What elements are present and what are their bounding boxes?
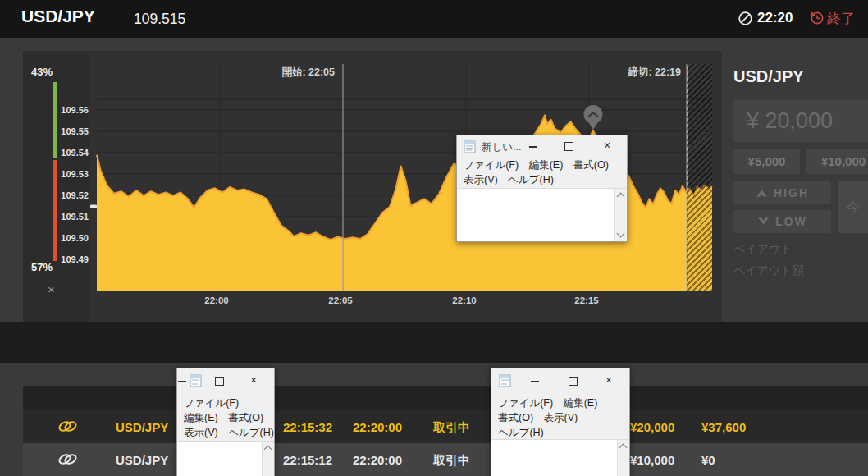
payout-cell: ¥0 (701, 453, 715, 467)
current-price-tick (90, 204, 97, 208)
low-arrow-icon (757, 217, 770, 226)
gauge-bar-high (53, 82, 57, 158)
status-cell: 取引中 (433, 453, 470, 469)
low-button[interactable]: LOW (733, 210, 831, 233)
history-section-bar: 購入オプション詳細 全ての取引 (0, 322, 868, 363)
prohibition-icon (738, 11, 753, 26)
history-table-row[interactable]: USD/JPY22:15:3222:20:00取引中¥20,000¥37,600 (23, 410, 868, 443)
x-axis-tick: 22:15 (566, 295, 607, 305)
asset-cell: USD/JPY (116, 420, 168, 434)
payout-cell: ¥37,600 (701, 420, 746, 434)
notepad-scrollbar[interactable] (614, 189, 627, 241)
purchase-cell: ¥10,000 (630, 453, 674, 467)
notepad-window-bottom-right[interactable]: × ファイル(F) 編集(E) 書式(O) 表示(V) ヘルプ(H) (491, 368, 630, 476)
preset-5000-button[interactable]: ¥5,000 (733, 149, 800, 174)
chart-deadline-label: 締切: 22:19 (558, 66, 681, 80)
trade-panel-title: USD/JPY (733, 67, 804, 86)
x-axis-tick: 22:00 (196, 295, 237, 305)
notepad-icon (464, 140, 476, 153)
maximize-icon[interactable] (564, 142, 573, 151)
minimize-icon[interactable] (531, 381, 539, 382)
quit-button[interactable]: 終了 (827, 9, 855, 28)
notepad-text-area[interactable] (177, 441, 274, 476)
chart-expiry-hatch (687, 64, 712, 291)
close-icon[interactable]: × (605, 374, 612, 386)
trade-time-cell: 22:15:12 (283, 453, 332, 467)
y-axis-tick: 109.49 (57, 254, 89, 264)
chart-start-label: 開始: 22:05 (212, 66, 335, 80)
history-clock-icon (810, 11, 825, 25)
gauge-divider (41, 277, 64, 277)
notepad-menu-row[interactable]: ヘルプ(H) (498, 426, 544, 440)
maximize-icon[interactable] (569, 377, 578, 386)
notepad-icon (499, 373, 511, 387)
x-axis-tick: 22:05 (320, 295, 361, 305)
gauge-bar-low (53, 160, 57, 261)
close-icon[interactable]: × (250, 374, 257, 386)
trade-time-cell: 22:15:32 (283, 420, 332, 434)
low-button-label: LOW (775, 215, 807, 228)
scroll-down-icon[interactable] (617, 230, 625, 238)
payout-label: ペイアウト (733, 242, 793, 257)
minimize-icon[interactable] (529, 146, 537, 148)
y-axis-tick: 109.52 (57, 190, 89, 200)
notepad-scrollbar[interactable] (262, 442, 274, 476)
gauge-low-percent: 57% (31, 261, 53, 273)
pair-title: USD/JPY (21, 7, 95, 26)
history-table-row[interactable]: USD/JPY22:15:1222:20:00取引中¥10,000¥0 (23, 443, 868, 476)
notepad-menu-row[interactable]: 表示(V) ヘルプ(H) (184, 426, 274, 440)
notepad-window-bottom-left[interactable]: × ファイル(F) 編集(E) 書式(O) 表示(V) ヘルプ(H) (176, 368, 275, 476)
notepad-menu-row[interactable]: ファイル(F) 編集(E) 書式(O) (464, 158, 609, 172)
close-icon[interactable]: × (604, 140, 610, 151)
notepad-text-area[interactable] (491, 439, 629, 476)
scroll-up-icon[interactable] (619, 444, 628, 452)
y-axis-tick: 109.56 (57, 105, 89, 115)
amount-input[interactable]: ¥ 20,000 (733, 100, 868, 142)
purchase-cell: ¥20,000 (630, 420, 674, 434)
notepad-menu-row[interactable]: 編集(E) 書式(O) (184, 411, 263, 425)
notepad-menu-row[interactable]: ファイル(F) (184, 396, 239, 410)
preset-10000-button[interactable]: ¥10,000 (806, 149, 868, 174)
y-axis-tick: 109.55 (57, 126, 89, 136)
gauge-high-percent: 43% (31, 66, 53, 78)
trade-type-cell (57, 452, 78, 466)
countdown-time: 22:20 (757, 10, 793, 26)
payout-amount-label: ペイアウト額 (733, 263, 804, 278)
notepad-menu-row[interactable]: 表示(V) ヘルプ(H) (464, 173, 554, 187)
scroll-up-icon[interactable] (617, 193, 625, 201)
asset-cell: USD/JPY (116, 453, 168, 467)
y-axis-tick: 109.51 (57, 212, 89, 222)
scroll-up-icon[interactable] (264, 446, 272, 454)
high-button-label: HIGH (774, 186, 809, 199)
maximize-icon[interactable] (215, 377, 224, 386)
notepad-menu-row[interactable]: 書式(O) 表示(V) (498, 411, 578, 425)
high-arrow-icon (756, 189, 768, 197)
minimize-icon[interactable] (178, 381, 186, 382)
notepad-title: 新しい... (482, 140, 522, 154)
trade-type-cell (57, 419, 78, 433)
trade-pin-icon (579, 105, 603, 130)
buy-now-button[interactable]: 今 (838, 181, 868, 233)
judge-time-cell: 22:20:00 (353, 420, 402, 434)
buy-now-label: 今 (846, 198, 860, 217)
trading-app: USD/JPY 109.515 22:20 終了 43% 57% × 109.5… (0, 0, 868, 476)
notepad-text-area[interactable] (457, 188, 627, 241)
history-table-header: タイプ取引原資産取引時間判定時刻ステータス購入判定時ペイアウト転売 (23, 386, 868, 410)
trade-type-link-icon (57, 419, 78, 433)
notepad-scrollbar[interactable] (617, 440, 629, 476)
sentiment-gauge: 43% 57% × (23, 51, 92, 322)
status-cell: 取引中 (433, 420, 470, 436)
x-axis-tick: 22:10 (444, 295, 485, 305)
high-button[interactable]: HIGH (733, 181, 831, 204)
top-bar: USD/JPY 109.515 22:20 終了 (0, 0, 868, 38)
notepad-window-center[interactable]: 新しい... × ファイル(F) 編集(E) 書式(O) 表示(V) ヘルプ(H… (456, 135, 628, 242)
gauge-close-icon[interactable]: × (48, 282, 55, 296)
judge-time-cell: 22:20:00 (353, 453, 402, 467)
notepad-menu-row[interactable]: ファイル(F) 編集(E) (498, 396, 597, 410)
current-price: 109.515 (134, 11, 185, 28)
y-axis-tick: 109.53 (57, 169, 89, 179)
y-axis-tick: 109.54 (57, 148, 89, 158)
y-axis-tick: 109.50 (57, 233, 89, 243)
notepad-icon (190, 373, 202, 387)
trade-type-link-icon (57, 452, 78, 466)
